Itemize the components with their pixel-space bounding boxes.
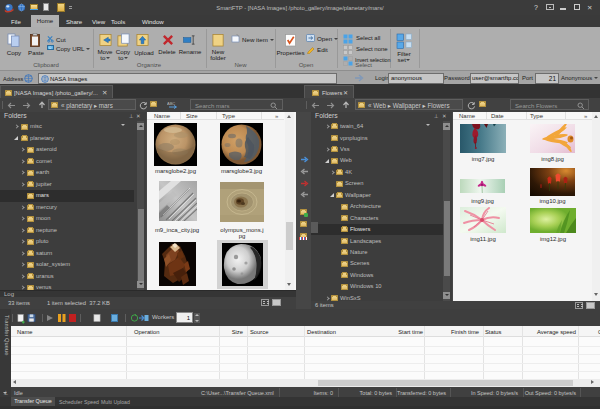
svg-text:ABC: ABC <box>167 101 175 106</box>
